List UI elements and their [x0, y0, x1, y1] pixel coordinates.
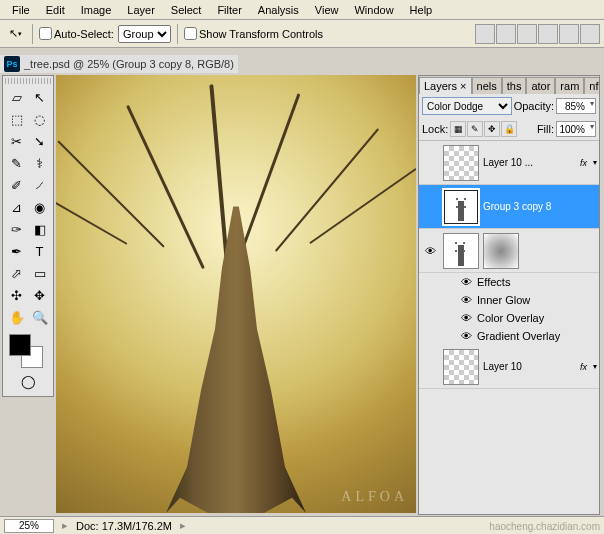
lock-position-icon[interactable]: ✥: [484, 121, 500, 137]
layer-thumb[interactable]: [443, 145, 479, 181]
auto-select-dropdown[interactable]: Group: [118, 25, 171, 43]
menu-view[interactable]: View: [307, 2, 347, 18]
gradient-tool-icon[interactable]: ◉: [28, 196, 51, 218]
menu-filter[interactable]: Filter: [209, 2, 249, 18]
document-header: Ps _tree.psd @ 25% (Group 3 copy 8, RGB/…: [0, 55, 238, 73]
menu-layer[interactable]: Layer: [119, 2, 163, 18]
toolbox-grip[interactable]: [5, 78, 51, 84]
divider: [32, 24, 33, 44]
show-transform-check[interactable]: Show Transform Controls: [184, 27, 323, 40]
menu-help[interactable]: Help: [402, 2, 441, 18]
layer-thumb[interactable]: [443, 233, 479, 269]
layer-thumb[interactable]: [443, 349, 479, 385]
tab-paths[interactable]: ths: [502, 77, 527, 94]
history-brush-icon[interactable]: ⟋: [28, 174, 51, 196]
zoom-input[interactable]: [4, 519, 54, 533]
menu-analysis[interactable]: Analysis: [250, 2, 307, 18]
align-icon[interactable]: [580, 24, 600, 44]
path-tool-icon[interactable]: ⬀: [5, 262, 28, 284]
move-tool-icon[interactable]: ↖: [28, 86, 51, 108]
align-icon[interactable]: [496, 24, 516, 44]
menu-image[interactable]: Image: [73, 2, 120, 18]
menu-file[interactable]: File: [4, 2, 38, 18]
layer-item[interactable]: Layer 10 ... fx ▾: [419, 141, 599, 185]
opacity-label: Opacity:: [514, 100, 554, 112]
tab-histogram[interactable]: ram: [555, 77, 584, 94]
source-watermark: haocheng.chazidian.com: [489, 521, 600, 532]
layer-name: Group 3 copy 8: [483, 201, 597, 212]
color-swatches: [5, 332, 51, 368]
menu-bar: File Edit Image Layer Select Filter Anal…: [0, 0, 604, 20]
layer-list: Layer 10 ... fx ▾ Group 3 copy 8 👁 👁Effe…: [419, 141, 599, 514]
blend-row: Color Dodge Opacity:: [419, 94, 599, 118]
shape-tool-icon[interactable]: ▭: [28, 262, 51, 284]
pen-tool-icon[interactable]: ✒: [5, 240, 28, 262]
brush-tool-icon[interactable]: ⚕: [28, 152, 51, 174]
align-icon[interactable]: [475, 24, 495, 44]
tab-channels[interactable]: nels: [472, 77, 502, 94]
effects-header[interactable]: 👁Effects: [459, 273, 599, 291]
opacity-input[interactable]: [556, 98, 596, 114]
eraser-tool-icon[interactable]: ⊿: [5, 196, 28, 218]
align-icon[interactable]: [517, 24, 537, 44]
slice-tool-icon[interactable]: ➘: [28, 130, 51, 152]
align-icon[interactable]: [538, 24, 558, 44]
visibility-toggle[interactable]: 👁: [421, 245, 439, 257]
align-icon[interactable]: [559, 24, 579, 44]
blend-mode-dropdown[interactable]: Color Dodge: [422, 97, 512, 115]
effects-group: 👁Effects 👁Inner Glow 👁Color Overlay 👁Gra…: [419, 273, 599, 345]
effect-inner-glow[interactable]: 👁Inner Glow: [459, 291, 599, 309]
blur-tool-icon[interactable]: ✑: [5, 218, 28, 240]
fx-badge: fx: [578, 362, 589, 372]
layer-name: Layer 10: [483, 361, 574, 372]
effect-gradient-overlay[interactable]: 👁Gradient Overlay: [459, 327, 599, 345]
fx-expand-icon[interactable]: ▾: [593, 362, 597, 371]
lock-all-icon[interactable]: 🔒: [501, 121, 517, 137]
dodge-tool-icon[interactable]: ◧: [28, 218, 51, 240]
crop-tool-icon[interactable]: ✂: [5, 130, 28, 152]
photoshop-icon: Ps: [4, 56, 20, 72]
tab-info[interactable]: nfo: [584, 77, 599, 94]
layer-thumb[interactable]: [443, 189, 479, 225]
canvas[interactable]: ALFOA: [56, 75, 416, 513]
layer-mask-thumb[interactable]: [483, 233, 519, 269]
toolbox: ▱↖ ⬚◌ ✂➘ ✎⚕ ✐⟋ ⊿◉ ✑◧ ✒T ⬀▭ ✣✥ ✋🔍 ◯: [2, 75, 54, 397]
marquee-tool-icon[interactable]: ▱: [5, 86, 28, 108]
effect-color-overlay[interactable]: 👁Color Overlay: [459, 309, 599, 327]
heal-tool-icon[interactable]: ✎: [5, 152, 28, 174]
menu-window[interactable]: Window: [346, 2, 401, 18]
document-title: _tree.psd @ 25% (Group 3 copy 8, RGB/8): [24, 58, 234, 70]
auto-select-check[interactable]: Auto-Select:: [39, 27, 114, 40]
layer-item[interactable]: Layer 10 fx ▾: [419, 345, 599, 389]
tab-layers[interactable]: Layers ×: [419, 77, 472, 94]
fill-input[interactable]: [556, 121, 596, 137]
menu-edit[interactable]: Edit: [38, 2, 73, 18]
zoom-tool-icon[interactable]: 🔍: [28, 306, 51, 328]
layer-item[interactable]: 👁: [419, 229, 599, 273]
lock-pixels-icon[interactable]: ✎: [467, 121, 483, 137]
lock-row: Lock: ▦ ✎ ✥ 🔒 Fill:: [419, 118, 599, 141]
menu-select[interactable]: Select: [163, 2, 210, 18]
wand-tool-icon[interactable]: ◌: [28, 108, 51, 130]
tree-trunk: [166, 206, 306, 513]
fx-expand-icon[interactable]: ▾: [593, 158, 597, 167]
hand-tool-icon[interactable]: ✋: [5, 306, 28, 328]
tree-branch: [275, 128, 379, 252]
notes-tool-icon[interactable]: ✣: [5, 284, 28, 306]
fx-badge: fx: [578, 158, 589, 168]
layer-item-selected[interactable]: Group 3 copy 8: [419, 185, 599, 229]
align-icons-group: [475, 24, 600, 44]
quick-mask-icon[interactable]: ◯: [16, 370, 40, 392]
eyedropper-tool-icon[interactable]: ✥: [28, 284, 51, 306]
layer-name: Layer 10 ...: [483, 157, 574, 168]
lock-transparency-icon[interactable]: ▦: [450, 121, 466, 137]
tab-navigator[interactable]: ator: [526, 77, 555, 94]
type-tool-icon[interactable]: T: [28, 240, 51, 262]
doc-size: Doc: 17.3M/176.2M: [76, 520, 172, 532]
lasso-tool-icon[interactable]: ⬚: [5, 108, 28, 130]
foreground-swatch[interactable]: [9, 334, 31, 356]
stamp-tool-icon[interactable]: ✐: [5, 174, 28, 196]
lock-label: Lock:: [422, 123, 448, 135]
move-tool-icon[interactable]: ↖▾: [4, 23, 26, 45]
tree-branch: [126, 105, 205, 269]
